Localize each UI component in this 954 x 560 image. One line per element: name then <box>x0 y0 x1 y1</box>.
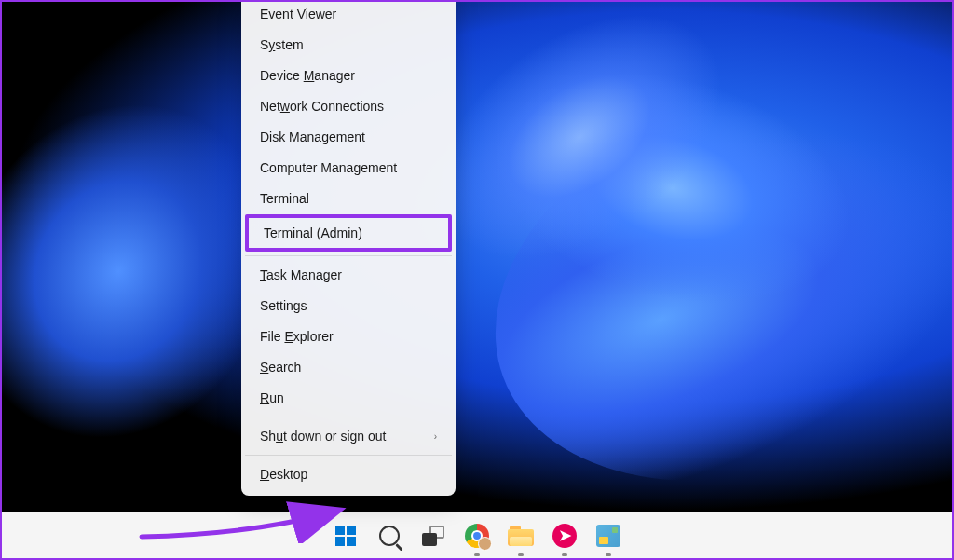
menu-item-network-connections[interactable]: Network Connections <box>245 91 452 121</box>
menu-item-desktop[interactable]: Desktop <box>245 459 452 489</box>
menu-separator <box>245 417 452 417</box>
menu-item-label: System <box>260 37 304 52</box>
menu-item-terminal-admin[interactable]: Terminal (Admin) <box>249 218 448 248</box>
menu-item-label: Terminal (Admin) <box>264 225 362 240</box>
task-view-button[interactable] <box>415 517 452 554</box>
file-explorer-app[interactable] <box>502 517 539 554</box>
menu-item-run[interactable]: Run <box>245 383 452 413</box>
menu-item-search[interactable]: Search <box>245 352 452 382</box>
menu-item-label: Run <box>260 390 284 405</box>
menu-item-label: Task Manager <box>260 267 342 282</box>
annotation-arrow <box>137 501 351 547</box>
menu-separator <box>245 455 452 456</box>
menu-item-disk-management[interactable]: Disk Management <box>245 122 452 152</box>
control-panel-app[interactable] <box>590 517 627 554</box>
menu-item-system[interactable]: System <box>245 30 452 60</box>
menu-item-label: Search <box>260 360 301 375</box>
menu-item-computer-management[interactable]: Computer Management <box>245 153 452 183</box>
control-panel-icon <box>596 525 620 547</box>
menu-item-label: Device Manager <box>260 68 355 83</box>
desktop-wallpaper <box>2 2 952 513</box>
menu-item-label: Computer Management <box>260 160 397 175</box>
winx-context-menu: Event ViewerSystemDevice ManagerNetwork … <box>241 0 456 496</box>
menu-item-file-explorer[interactable]: File Explorer <box>245 321 452 351</box>
folder-icon <box>508 526 534 546</box>
chrome-icon <box>465 524 489 548</box>
menu-item-label: Shut down or sign out <box>260 429 386 444</box>
menu-item-label: Disk Management <box>260 130 365 144</box>
menu-item-label: Event Viewer <box>260 7 336 21</box>
menu-item-label: File Explorer <box>260 329 334 344</box>
annotation-highlight: Terminal (Admin) <box>245 214 452 252</box>
menu-separator <box>245 255 452 256</box>
media-app-icon: ➤ <box>552 524 577 548</box>
menu-item-event-viewer[interactable]: Event Viewer <box>245 0 452 29</box>
menu-item-settings[interactable]: Settings <box>245 291 452 321</box>
task-view-icon <box>422 526 444 546</box>
menu-item-label: Settings <box>260 298 307 313</box>
menu-item-task-manager[interactable]: Task Manager <box>245 260 452 290</box>
chevron-right-icon: › <box>434 431 437 442</box>
search-button[interactable] <box>371 517 408 554</box>
chrome-app[interactable] <box>458 517 496 554</box>
menu-item-shut-down[interactable]: Shut down or sign out› <box>245 421 452 451</box>
menu-item-label: Terminal <box>260 191 309 206</box>
media-app[interactable]: ➤ <box>546 517 583 554</box>
search-icon <box>379 526 400 546</box>
menu-item-terminal[interactable]: Terminal <box>245 184 452 213</box>
menu-item-label: Desktop <box>260 467 307 482</box>
menu-item-label: Network Connections <box>260 99 384 114</box>
menu-item-device-manager[interactable]: Device Manager <box>245 61 452 90</box>
